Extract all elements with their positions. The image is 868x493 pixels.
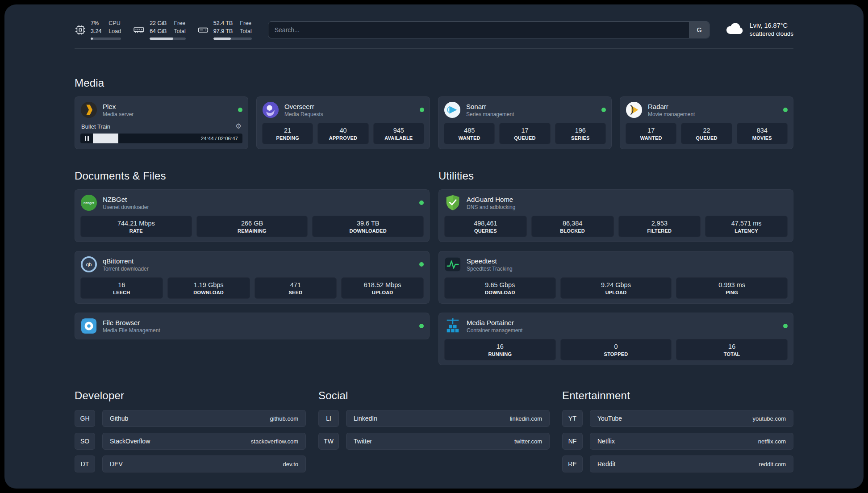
bookmark-abbr[interactable]: RE xyxy=(562,455,583,472)
stat-tile: 485 WANTED xyxy=(444,123,495,144)
weather-location: Lviv, 16.87°C xyxy=(750,21,793,30)
app-desc: Series management xyxy=(466,111,514,117)
stat-label: AVAILABLE xyxy=(376,135,422,141)
cpu-load-value: 3.24 xyxy=(91,28,101,36)
disk-total-label: Total xyxy=(240,28,251,36)
overseerr-card[interactable]: Overseerr Media Requests 21 PENDING 40 A… xyxy=(256,96,430,149)
app-desc: Media server xyxy=(103,111,134,117)
status-dot xyxy=(238,108,242,112)
stat-label: DOWNLOAD xyxy=(447,290,554,295)
stat-label: WANTED xyxy=(628,135,674,141)
status-dot xyxy=(783,108,788,112)
bookmark-link[interactable]: DEV dev.to xyxy=(102,455,306,472)
nzbget-card[interactable]: nzbget NZBGet Usenet downloader 744.21 M… xyxy=(75,189,430,242)
bookmark-link[interactable]: StackOverflow stackoverflow.com xyxy=(102,433,306,450)
section-title-developer: Developer xyxy=(75,389,306,402)
app-desc: Torrent downloader xyxy=(103,266,149,272)
filebrowser-card[interactable]: File Browser Media File Management xyxy=(75,313,430,339)
app-name: qBittorrent xyxy=(103,257,149,265)
stat-value: 2,953 xyxy=(621,220,699,227)
status-dot xyxy=(419,201,424,205)
stat-tile: 834 MOVIES xyxy=(737,123,788,144)
stat-value: 834 xyxy=(739,127,785,134)
stat-tile: 39.6 TB DOWNLOADED xyxy=(312,216,424,237)
stat-tile: 9.65 Gbps DOWNLOAD xyxy=(444,277,556,299)
bookmark-link[interactable]: Twitter twitter.com xyxy=(346,433,550,450)
search-input[interactable] xyxy=(268,22,689,38)
app-name: Speedtest xyxy=(467,257,513,265)
stat-tile: 17 QUEUED xyxy=(499,123,550,144)
status-dot xyxy=(783,324,788,328)
pause-button[interactable] xyxy=(80,134,93,143)
stat-label: RATE xyxy=(83,228,190,234)
gear-icon[interactable]: ⚙ xyxy=(235,123,242,130)
weather-condition: scattered clouds xyxy=(750,30,793,38)
speedtest-icon xyxy=(444,256,461,273)
stat-tile: 2,953 FILTERED xyxy=(618,216,701,237)
stat-value: 471 xyxy=(257,281,335,288)
stat-tile: 266 GB REMAINING xyxy=(196,216,308,237)
app-name: Sonarr xyxy=(466,103,514,110)
dashboard-panel: 7% 3.24 CPU Load xyxy=(4,4,864,489)
bookmark-link[interactable]: Reddit reddit.com xyxy=(590,455,793,472)
stat-label: LEECH xyxy=(83,290,161,295)
bookmark-abbr[interactable]: NF xyxy=(562,433,583,450)
stat-label: PING xyxy=(678,290,785,295)
bookmark-url: github.com xyxy=(270,415,298,422)
adguard-card[interactable]: AdGuard Home DNS and adblocking 498,461 … xyxy=(438,189,793,242)
bookmark-abbr[interactable]: SO xyxy=(75,433,95,450)
bookmark-link[interactable]: LinkedIn linkedin.com xyxy=(346,410,550,427)
stat-tile: 471 SEED xyxy=(255,277,337,299)
bookmark-link[interactable]: Netflix netflix.com xyxy=(590,433,793,450)
stat-tile: 21 PENDING xyxy=(262,123,313,144)
stat-label: APPROVED xyxy=(320,135,366,141)
memory-free-label: Free xyxy=(174,20,185,28)
bookmark-row: LI LinkedIn linkedin.com xyxy=(318,410,550,427)
speedtest-card[interactable]: Speedtest Speedtest Tracking 9.65 Gbps D… xyxy=(438,251,793,304)
bookmark-abbr[interactable]: LI xyxy=(318,410,339,427)
app-desc: Container management xyxy=(467,327,522,334)
stat-tile: 16 RUNNING xyxy=(444,339,556,360)
cpu-label: CPU xyxy=(108,20,121,28)
stat-value: 9.24 Gbps xyxy=(563,281,670,288)
cpu-usage-percent: 7% xyxy=(91,20,101,28)
sonarr-icon xyxy=(444,101,461,118)
bookmark-link[interactable]: YouTube youtube.com xyxy=(590,410,793,427)
svg-text:nzbget: nzbget xyxy=(83,201,95,205)
bookmark-abbr[interactable]: TW xyxy=(318,433,339,450)
media-seek-bar: 24:44 / 02:06:47 xyxy=(80,134,242,143)
stat-label: QUEUED xyxy=(501,135,548,141)
bookmark-abbr[interactable]: GH xyxy=(75,410,95,427)
search-engine-button[interactable]: G xyxy=(689,22,709,38)
memory-total-value: 64 GiB xyxy=(150,28,167,36)
bookmark-link[interactable]: Github github.com xyxy=(102,410,306,427)
app-desc: Media Requests xyxy=(284,111,323,117)
app-name: Plex xyxy=(103,103,134,110)
bookmark-abbr[interactable]: DT xyxy=(75,455,95,472)
cpu-progress-bar xyxy=(91,38,121,40)
status-dot xyxy=(420,108,424,112)
radarr-card[interactable]: Radarr Movie management 17 WANTED 22 QUE… xyxy=(620,96,793,149)
stat-label: SEED xyxy=(257,290,335,295)
plex-card[interactable]: Plex Media server Bullet Train ⚙ 24:4 xyxy=(75,96,248,149)
app-name: Media Portainer xyxy=(467,319,522,326)
stat-value: 17 xyxy=(501,127,548,134)
qbittorrent-card[interactable]: qb qBittorrent Torrent downloader 16 LEE… xyxy=(75,251,430,304)
stat-tile: 618.52 Mbps UPLOAD xyxy=(341,277,424,299)
portainer-card[interactable]: Media Portainer Container management 16 … xyxy=(438,313,793,365)
sonarr-card[interactable]: Sonarr Series management 485 WANTED 17 Q… xyxy=(438,96,612,149)
stat-value: 1.19 Gbps xyxy=(170,281,248,288)
bookmark-name: LinkedIn xyxy=(354,415,377,422)
bookmark-abbr[interactable]: YT xyxy=(562,410,583,427)
stat-tile: 16 LEECH xyxy=(80,277,163,299)
bookmark-name: Github xyxy=(110,415,128,422)
app-name: Overseerr xyxy=(284,103,323,110)
seek-track[interactable]: 24:44 / 02:06:47 xyxy=(93,134,242,143)
stat-value: 47.571 ms xyxy=(707,220,785,227)
bookmark-row: NF Netflix netflix.com xyxy=(562,433,793,450)
app-desc: Media File Management xyxy=(103,327,160,334)
disk-widget: 52.4 TB 97.9 TB Free Total xyxy=(197,20,252,40)
status-dot xyxy=(419,262,424,267)
memory-free-value: 22 GiB xyxy=(150,20,167,28)
app-name: NZBGet xyxy=(103,196,149,203)
